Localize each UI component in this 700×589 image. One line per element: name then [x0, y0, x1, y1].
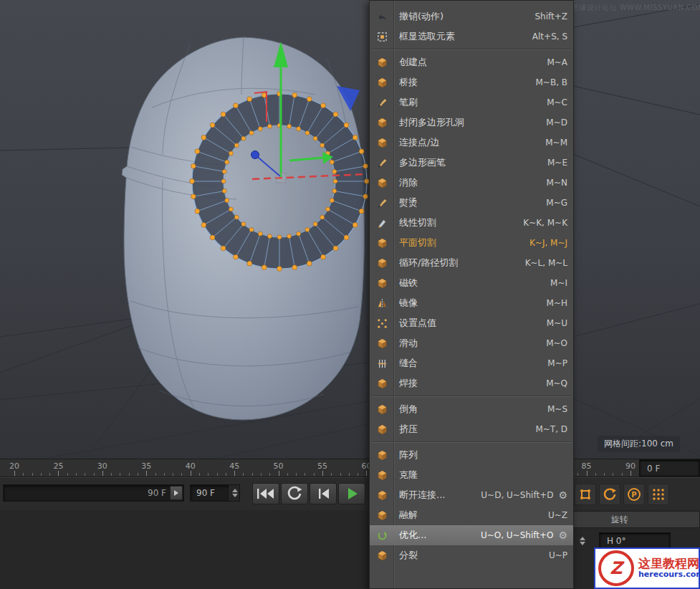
- selected-point[interactable]: [313, 136, 317, 140]
- selected-point[interactable]: [363, 194, 368, 199]
- menu-item-polygon-pen[interactable]: 多边形画笔M~E: [370, 153, 573, 173]
- selected-point[interactable]: [313, 222, 317, 226]
- selected-point[interactable]: [321, 254, 326, 259]
- menu-item-frame-selected-elements[interactable]: 框显选取元素Alt+S, S: [370, 27, 573, 47]
- selected-point[interactable]: [332, 189, 337, 193]
- menu-item-line-cut[interactable]: 线性切割K~K, M~K: [370, 213, 573, 233]
- selected-point[interactable]: [305, 228, 310, 232]
- spinner-up-icon[interactable]: [580, 537, 585, 540]
- menu-item-array[interactable]: 阵列: [370, 445, 573, 465]
- selected-point[interactable]: [249, 228, 254, 232]
- selected-point[interactable]: [359, 209, 364, 214]
- selected-point[interactable]: [201, 223, 206, 228]
- partial-spinner[interactable]: [577, 532, 588, 550]
- selected-point[interactable]: [353, 223, 358, 228]
- selected-point[interactable]: [221, 179, 226, 183]
- selected-point[interactable]: [321, 103, 326, 108]
- autokey-button[interactable]: [599, 484, 620, 505]
- menu-item-create-point[interactable]: 创建点M~A: [370, 52, 573, 72]
- timeline-frame-box[interactable]: 0 F: [639, 459, 700, 477]
- selected-point[interactable]: [258, 231, 262, 236]
- selected-point[interactable]: [277, 267, 282, 272]
- spinner-up-icon[interactable]: [232, 489, 238, 492]
- selected-point[interactable]: [234, 215, 239, 219]
- record-keyframe-button[interactable]: [575, 484, 596, 505]
- selected-point[interactable]: [363, 163, 368, 168]
- previous-frame-button[interactable]: [310, 483, 337, 504]
- menu-item-bevel[interactable]: 倒角M~S: [370, 399, 573, 419]
- selected-point[interactable]: [344, 123, 349, 128]
- selected-point[interactable]: [234, 143, 239, 148]
- selected-point[interactable]: [229, 207, 233, 211]
- menu-item-split[interactable]: 分裂U~P: [370, 545, 573, 565]
- selected-point[interactable]: [221, 246, 226, 251]
- selected-point[interactable]: [234, 103, 239, 108]
- play-loop-button[interactable]: [281, 483, 308, 504]
- selected-point[interactable]: [241, 222, 246, 226]
- selected-point[interactable]: [195, 149, 200, 154]
- menu-item-set-point-value[interactable]: 设置点值M~U: [370, 313, 573, 333]
- selected-point[interactable]: [287, 124, 292, 128]
- selected-point[interactable]: [359, 149, 364, 154]
- selected-point[interactable]: [241, 136, 246, 140]
- menu-item-plane-cut[interactable]: 平面切割K~J, M~J: [370, 233, 573, 253]
- menu-item-brush[interactable]: 笔刷M~C: [370, 92, 573, 112]
- selected-point[interactable]: [191, 194, 196, 199]
- play-button[interactable]: [338, 483, 365, 504]
- selected-point[interactable]: [330, 160, 334, 164]
- record-parameter-button[interactable]: P: [623, 484, 645, 505]
- timeline-slider-handle[interactable]: [170, 486, 183, 500]
- timeline-slider[interactable]: 90 F: [3, 484, 184, 502]
- selected-point[interactable]: [344, 235, 349, 240]
- selected-point[interactable]: [195, 209, 200, 214]
- selected-point[interactable]: [225, 198, 229, 203]
- normal-point-blue[interactable]: [251, 151, 259, 159]
- selected-point[interactable]: [247, 97, 252, 102]
- selected-point[interactable]: [330, 198, 334, 203]
- selected-point[interactable]: [222, 169, 226, 173]
- selected-point[interactable]: [297, 231, 301, 236]
- menu-item-loop-path-cut[interactable]: 循环/路径切割K~L, M~L: [370, 253, 573, 273]
- menu-item-slide[interactable]: 滑动M~O: [370, 333, 573, 353]
- selected-point[interactable]: [267, 234, 272, 239]
- go-to-start-button[interactable]: [252, 483, 279, 504]
- selected-point[interactable]: [210, 235, 215, 240]
- selected-point[interactable]: [320, 143, 325, 148]
- menu-item-extrude[interactable]: 挤压M~T, D: [370, 419, 573, 439]
- menu-item-eliminate[interactable]: 消除M~N: [370, 173, 573, 193]
- selected-point[interactable]: [201, 135, 206, 140]
- menu-item-iron[interactable]: 熨烫M~G: [370, 193, 573, 213]
- menu-item-disconnect[interactable]: 断开连接...U~D, U~Shift+D⚙: [370, 485, 573, 505]
- selected-point[interactable]: [307, 97, 312, 102]
- spinner-down-icon[interactable]: [580, 542, 585, 545]
- selected-point[interactable]: [267, 124, 272, 128]
- selected-point[interactable]: [247, 261, 252, 266]
- selected-point[interactable]: [320, 215, 325, 219]
- timeline-ruler[interactable]: 202530354045505560657075808590: [0, 459, 700, 477]
- selected-point[interactable]: [307, 261, 312, 266]
- frame-spinner[interactable]: [229, 485, 239, 501]
- selected-point[interactable]: [326, 207, 330, 211]
- selected-point[interactable]: [210, 123, 215, 128]
- selected-point[interactable]: [333, 246, 338, 251]
- menu-item-close-polygon-hole[interactable]: 封闭多边形孔洞M~D: [370, 112, 573, 133]
- selected-point[interactable]: [277, 235, 282, 239]
- menu-item-melt[interactable]: 融解U~Z: [370, 505, 573, 525]
- selected-point[interactable]: [234, 254, 239, 259]
- selected-point[interactable]: [258, 127, 262, 131]
- selected-point[interactable]: [221, 112, 226, 117]
- menu-item-undo-action[interactable]: 撤销(动作)Shift+Z: [370, 6, 573, 27]
- selected-point[interactable]: [292, 92, 297, 97]
- selected-point[interactable]: [249, 130, 254, 135]
- menu-item-stitch-and-sew[interactable]: 缝合M~P: [370, 353, 573, 373]
- selected-point[interactable]: [287, 234, 292, 239]
- menu-item-magnet[interactable]: 磁铁M~I: [370, 273, 573, 293]
- selected-point[interactable]: [191, 163, 196, 168]
- gear-icon[interactable]: ⚙: [558, 530, 567, 540]
- viewport-3d[interactable]: [0, 0, 700, 459]
- selected-point[interactable]: [262, 265, 267, 270]
- menu-item-optimize[interactable]: 优化...U~O, U~Shift+O⚙: [370, 525, 573, 545]
- menu-item-mirror[interactable]: 镜像M~H: [370, 293, 573, 313]
- spinner-down-icon[interactable]: [232, 494, 238, 497]
- menu-item-bridge[interactable]: 桥接M~B, B: [370, 72, 573, 92]
